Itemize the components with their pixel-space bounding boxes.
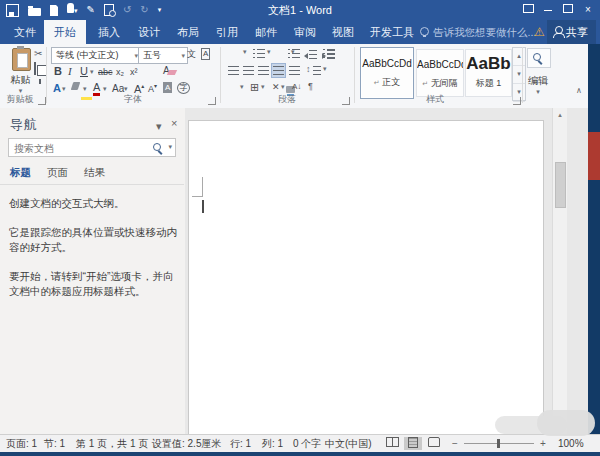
- font-size-combo[interactable]: 五号▾: [138, 47, 188, 64]
- tab-developer[interactable]: 开发工具: [360, 20, 424, 44]
- increase-indent-icon[interactable]: [322, 50, 335, 61]
- navigation-options-dropdown-icon[interactable]: ▾: [156, 120, 162, 133]
- vertical-scrollbar[interactable]: ▴: [552, 108, 567, 434]
- tab-insert[interactable]: 插入: [88, 20, 130, 44]
- font-dialog-launcher-icon[interactable]: [208, 97, 216, 105]
- minimize-button[interactable]: [538, 0, 558, 20]
- zoom-slider[interactable]: [464, 443, 534, 444]
- style-no-spacing[interactable]: AaBbCcDd ↵ 无间隔: [416, 49, 464, 97]
- font-size-dropdown-icon[interactable]: ▾: [181, 48, 185, 63]
- superscript-button[interactable]: x²: [130, 67, 138, 77]
- search-options-dropdown-icon[interactable]: ▾: [168, 143, 172, 151]
- highlight-dropdown-icon[interactable]: ▾: [83, 85, 87, 93]
- status-line[interactable]: 行: 1: [230, 435, 251, 452]
- status-section[interactable]: 节: 1: [44, 435, 65, 452]
- highlight-pen-icon[interactable]: [71, 82, 81, 90]
- collapse-ribbon-icon[interactable]: ∧: [576, 86, 582, 95]
- tab-layout[interactable]: 布局: [167, 20, 209, 44]
- search-icon[interactable]: [153, 143, 161, 151]
- status-word-count[interactable]: 0 个字: [293, 435, 321, 452]
- warning-icon[interactable]: ⚠: [534, 20, 545, 44]
- text-effects-icon[interactable]: A: [53, 82, 61, 94]
- strikethrough-button[interactable]: abc: [98, 67, 113, 77]
- line-spacing-dropdown-icon[interactable]: ▾: [323, 65, 327, 73]
- enclose-characters-icon[interactable]: 字: [177, 82, 190, 94]
- underline-dropdown-icon[interactable]: ▾: [90, 68, 94, 76]
- sort-icon[interactable]: A↓: [292, 82, 301, 91]
- bullets-icon[interactable]: [257, 49, 265, 58]
- decrease-indent-icon[interactable]: [304, 50, 317, 61]
- navigation-close-icon[interactable]: ×: [171, 117, 177, 129]
- clipboard-dialog-launcher-icon[interactable]: [38, 97, 46, 105]
- ribbon-display-options-button[interactable]: [518, 0, 538, 20]
- justify-button-selected[interactable]: [272, 64, 285, 77]
- subscript-button[interactable]: x₂: [116, 67, 124, 77]
- align-center-icon[interactable]: [243, 66, 254, 75]
- asian-layout-icon[interactable]: ✕: [272, 82, 280, 92]
- font-color-icon[interactable]: A: [93, 81, 100, 96]
- change-case-dropdown-icon[interactable]: ▾: [124, 85, 128, 93]
- tab-file[interactable]: 文件: [4, 20, 46, 44]
- tab-design[interactable]: 设计: [128, 20, 170, 44]
- status-column[interactable]: 列: 1: [262, 435, 283, 452]
- character-shading-icon[interactable]: A: [163, 82, 172, 93]
- restore-button[interactable]: [558, 0, 578, 20]
- tab-references[interactable]: 引用: [206, 20, 248, 44]
- line-spacing-icon[interactable]: ↕: [306, 64, 311, 74]
- scroll-up-icon[interactable]: ▴: [553, 111, 567, 119]
- multilevel-list-dropdown-icon[interactable]: ▾: [291, 48, 295, 56]
- numbering-dropdown-icon[interactable]: ▾: [267, 48, 271, 56]
- find-button[interactable]: [527, 48, 551, 68]
- styles-scroll-up-icon[interactable]: ▴: [513, 48, 525, 66]
- style-normal[interactable]: AaBbCcDd ↵ 正文: [360, 47, 414, 99]
- styles-dialog-launcher-icon[interactable]: [513, 97, 521, 105]
- align-left-icon[interactable]: [228, 66, 239, 75]
- asian-layout-dropdown-icon[interactable]: ▾: [281, 83, 285, 91]
- align-right-icon[interactable]: [258, 66, 269, 75]
- status-page[interactable]: 页面: 1: [6, 435, 37, 452]
- underline-button[interactable]: U: [80, 65, 88, 77]
- status-page-count[interactable]: 第 1 页，共 1 页: [76, 435, 148, 452]
- tab-mailings[interactable]: 邮件: [245, 20, 287, 44]
- document-page[interactable]: [188, 120, 544, 435]
- nav-tab-results[interactable]: 结果: [84, 166, 105, 180]
- tab-home[interactable]: 开始: [44, 20, 86, 44]
- zoom-slider-thumb[interactable]: [497, 439, 500, 448]
- distributed-icon[interactable]: [289, 66, 300, 75]
- zoom-out-button[interactable]: −: [452, 435, 458, 452]
- tell-me-box[interactable]: 告诉我您想要做什么...: [420, 20, 536, 44]
- show-hide-marks-icon[interactable]: ¶: [308, 81, 313, 91]
- italic-button[interactable]: I: [68, 65, 72, 77]
- shading-dropdown-icon[interactable]: ▾: [240, 83, 244, 91]
- document-area[interactable]: ▴: [185, 108, 588, 434]
- tab-review[interactable]: 审阅: [284, 20, 326, 44]
- clear-formatting-icon[interactable]: A: [163, 65, 170, 76]
- navigation-search-box[interactable]: ▾: [8, 138, 176, 157]
- character-border-icon[interactable]: A: [201, 48, 210, 60]
- status-setting-value[interactable]: 设置值: 2.5厘米: [152, 435, 221, 452]
- read-mode-button[interactable]: [383, 437, 401, 450]
- phonetic-guide-icon[interactable]: 文: [187, 48, 196, 61]
- copy-icon[interactable]: [34, 62, 36, 75]
- bold-button[interactable]: B: [54, 65, 62, 77]
- paste-button[interactable]: 粘贴 ▾: [10, 48, 31, 95]
- status-language[interactable]: 中文(中国): [325, 435, 372, 452]
- tab-view[interactable]: 视图: [322, 20, 364, 44]
- bullets-dropdown-icon[interactable]: ▾: [243, 48, 247, 56]
- search-input[interactable]: [12, 140, 146, 157]
- borders-dropdown-icon[interactable]: ▾: [261, 83, 265, 91]
- close-button[interactable]: ×: [578, 0, 598, 20]
- nav-tab-pages[interactable]: 页面: [47, 166, 68, 180]
- font-name-combo[interactable]: 等线 (中文正文)▾: [51, 47, 141, 64]
- cut-icon[interactable]: ✂: [34, 48, 42, 59]
- editing-menu-button[interactable]: 编辑 ▾: [524, 74, 552, 96]
- paragraph-dialog-launcher-icon[interactable]: [342, 97, 350, 105]
- text-effects-dropdown-icon[interactable]: ▾: [62, 85, 66, 93]
- web-layout-button[interactable]: [425, 437, 443, 450]
- share-button[interactable]: 共享: [547, 20, 596, 44]
- scrollbar-thumb[interactable]: [555, 162, 566, 208]
- style-heading-1[interactable]: AaBb 标题 1: [465, 49, 512, 97]
- nav-tab-headings[interactable]: 标题: [10, 166, 31, 180]
- font-color-dropdown-icon[interactable]: ▾: [103, 85, 107, 93]
- editing-dropdown-icon[interactable]: ▾: [524, 88, 552, 96]
